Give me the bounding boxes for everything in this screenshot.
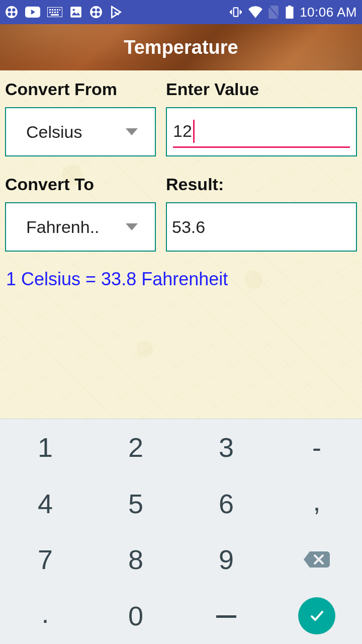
play-icon xyxy=(110,6,123,19)
svg-rect-8 xyxy=(52,9,53,11)
enter-value-text: 12 xyxy=(173,121,192,141)
image-icon xyxy=(69,6,82,19)
done-button[interactable] xyxy=(298,597,335,634)
svg-rect-9 xyxy=(54,9,56,11)
status-right-icons: 10:06 AM xyxy=(229,5,357,20)
key-minus[interactable]: - xyxy=(272,419,362,475)
key-4[interactable]: 4 xyxy=(0,475,90,532)
enter-value-label: Enter Value xyxy=(166,79,357,99)
page-title: Temperature xyxy=(124,37,238,58)
convert-from-label: Convert From xyxy=(5,79,156,99)
convert-to-label: Convert To xyxy=(5,175,156,194)
status-left-icons xyxy=(5,6,123,19)
wifi-icon xyxy=(248,6,262,18)
svg-rect-24 xyxy=(234,8,238,16)
chevron-down-icon xyxy=(126,223,138,230)
key-dot[interactable]: . xyxy=(0,588,90,644)
svg-point-18 xyxy=(73,9,75,11)
key-0[interactable]: 0 xyxy=(90,588,181,644)
key-8[interactable]: 8 xyxy=(90,532,181,588)
svg-point-19 xyxy=(90,6,102,18)
youtube-icon xyxy=(25,7,40,18)
key-2[interactable]: 2 xyxy=(90,419,181,475)
key-done[interactable] xyxy=(272,588,362,644)
svg-point-2 xyxy=(12,8,16,12)
svg-rect-10 xyxy=(57,9,58,11)
enter-value-input[interactable]: 12 xyxy=(166,107,357,156)
key-1[interactable]: 1 xyxy=(0,419,90,475)
convert-to-value: Fahrenh.. xyxy=(26,217,121,237)
svg-rect-11 xyxy=(59,9,60,11)
svg-point-22 xyxy=(92,13,96,16)
svg-point-20 xyxy=(92,8,96,12)
result-label: Result: xyxy=(166,175,357,194)
key-9[interactable]: 9 xyxy=(181,532,272,588)
key-7[interactable]: 7 xyxy=(0,532,90,588)
key-comma[interactable]: , xyxy=(272,475,362,532)
svg-point-21 xyxy=(97,8,100,12)
convert-from-value: Celsius xyxy=(26,122,121,142)
svg-point-0 xyxy=(6,6,18,18)
numeric-keypad: 1 2 3 - 4 5 6 , 7 8 9 . 0 xyxy=(0,419,362,644)
svg-rect-27 xyxy=(216,615,236,618)
key-5[interactable]: 5 xyxy=(90,475,181,532)
svg-rect-7 xyxy=(49,9,51,11)
app-icon-1 xyxy=(5,6,18,19)
keyboard-icon xyxy=(47,7,62,17)
backspace-icon xyxy=(303,549,331,570)
result-value: 53.6 xyxy=(172,217,205,237)
svg-point-23 xyxy=(97,13,100,16)
key-underscore[interactable] xyxy=(181,588,272,644)
chevron-down-icon xyxy=(126,128,138,135)
no-sim-icon xyxy=(268,6,280,19)
svg-rect-12 xyxy=(49,12,51,13)
key-backspace[interactable] xyxy=(272,532,362,588)
svg-point-1 xyxy=(8,8,11,12)
svg-rect-16 xyxy=(51,14,59,16)
status-time: 10:06 AM xyxy=(300,5,357,20)
svg-point-4 xyxy=(12,13,16,16)
key-6[interactable]: 6 xyxy=(181,475,272,532)
app-title-bar: Temperature xyxy=(0,24,362,70)
content-area: Convert From Celsius Enter Value 12 Conv… xyxy=(0,70,362,419)
svg-rect-26 xyxy=(288,6,292,7)
convert-to-select[interactable]: Fahrenh.. xyxy=(5,202,156,252)
svg-rect-13 xyxy=(52,12,53,13)
text-cursor xyxy=(193,120,195,143)
conversion-equation: 1 Celsius = 33.8 Fahrenheit xyxy=(5,269,357,290)
status-bar: 10:06 AM xyxy=(0,0,362,24)
svg-rect-17 xyxy=(70,7,81,18)
result-output: 53.6 xyxy=(166,202,357,252)
svg-rect-14 xyxy=(54,12,56,13)
check-icon xyxy=(307,606,327,626)
key-3[interactable]: 3 xyxy=(181,419,272,475)
svg-point-3 xyxy=(8,13,11,16)
convert-from-select[interactable]: Celsius xyxy=(5,107,156,156)
svg-rect-25 xyxy=(286,7,294,19)
app-icon-2 xyxy=(89,6,103,19)
space-icon xyxy=(216,613,236,618)
vibrate-icon xyxy=(229,6,242,19)
battery-icon xyxy=(286,6,294,19)
svg-rect-15 xyxy=(57,12,58,13)
